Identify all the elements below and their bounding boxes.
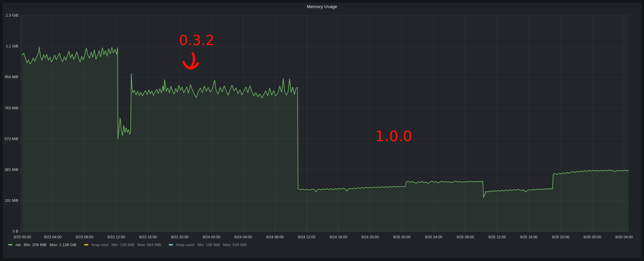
x-axis-tick-label: 9/23 12:00: [107, 235, 125, 239]
legend-item-heap-used[interactable]: heap used Min: 108 MiB Max: 639 MiB: [169, 243, 247, 247]
panel-title[interactable]: Memory Usage: [0, 4, 644, 9]
legend-series-min: Min: 209 MiB: [24, 243, 46, 247]
legend-series-name[interactable]: heap total: [91, 243, 109, 247]
legend-series-max: Max: 684 MiB: [137, 243, 161, 247]
legend-series-max: Max: 639 MiB: [223, 243, 247, 247]
x-axis-tick-label: 9/23 16:00: [139, 235, 157, 239]
x-axis-tick-label: 9/26 00:00: [583, 235, 601, 239]
x-axis-tick-label: 9/25 12:00: [488, 235, 506, 239]
annotation-text-1-0-0: 1.0.0: [375, 129, 412, 144]
y-axis-tick-label: 1.1 GiB: [6, 44, 18, 48]
x-axis-tick-label: 9/24 12:00: [298, 235, 315, 239]
chart-legend: rss Min: 209 MiB Max: 1.138 GiB heap tot…: [8, 243, 247, 247]
x-axis-tick-label: 9/25 04:00: [425, 235, 442, 239]
grafana-page: { "page": { "title": "Memory Usage" }, "…: [0, 0, 644, 261]
legend-swatch-rss-icon: [8, 244, 13, 245]
legend-series-name[interactable]: heap used: [176, 243, 194, 247]
annotation-text-0-3-2: 0.3.2: [179, 34, 214, 47]
annotation-arrow-icon: [179, 52, 203, 73]
y-axis-tick-label: 381 MiB: [5, 168, 18, 172]
x-axis-tick-label: 9/25 16:00: [520, 235, 538, 239]
x-axis-tick-label: 9/23 20:00: [171, 235, 188, 239]
x-axis-tick-label: 9/24 00:00: [203, 235, 220, 239]
legend-swatch-heap-total-icon: [84, 244, 88, 245]
y-axis-tick-label: 1.3 GiB: [6, 13, 18, 17]
x-axis-tick-label: 9/24 16:00: [330, 235, 347, 239]
legend-series-min: Min: 108 MiB: [197, 243, 220, 247]
legend-series-min: Min: 136 MiB: [111, 243, 134, 247]
legend-series-max: Max: 1.138 GiB: [49, 243, 76, 247]
memory-usage-chart[interactable]: 0 B191 MiB381 MiB572 MiB763 MiB954 MiB1.…: [0, 0, 644, 261]
x-axis-tick-label: 9/26 04:00: [615, 235, 633, 239]
legend-series-name[interactable]: rss: [16, 243, 21, 247]
x-axis-tick-label: 9/25 08:00: [457, 235, 474, 239]
x-axis-tick-label: 9/23 08:00: [76, 235, 93, 239]
y-axis-tick-label: 191 MiB: [5, 198, 18, 202]
y-axis-tick-label: 0 B: [13, 229, 18, 233]
x-axis-tick-label: 9/25 00:00: [393, 235, 411, 239]
y-axis-tick-label: 763 MiB: [5, 106, 18, 110]
x-axis-tick-label: 9/24 04:00: [234, 235, 252, 239]
x-axis-tick-label: 9/24 08:00: [266, 235, 284, 239]
y-axis-tick-label: 572 MiB: [5, 137, 18, 141]
legend-item-rss[interactable]: rss Min: 209 MiB Max: 1.138 GiB: [8, 243, 77, 247]
y-axis-tick-label: 954 MiB: [5, 75, 18, 79]
x-axis-tick-label: 9/25 20:00: [552, 235, 569, 239]
legend-swatch-heap-used-icon: [169, 244, 173, 245]
legend-item-heap-total[interactable]: heap total Min: 136 MiB Max: 684 MiB: [84, 243, 161, 247]
x-axis-tick-label: 9/23 04:00: [44, 235, 62, 239]
x-axis-tick-label: 9/24 20:00: [361, 235, 379, 239]
x-axis-tick-label: 9/23 00:00: [14, 235, 31, 239]
